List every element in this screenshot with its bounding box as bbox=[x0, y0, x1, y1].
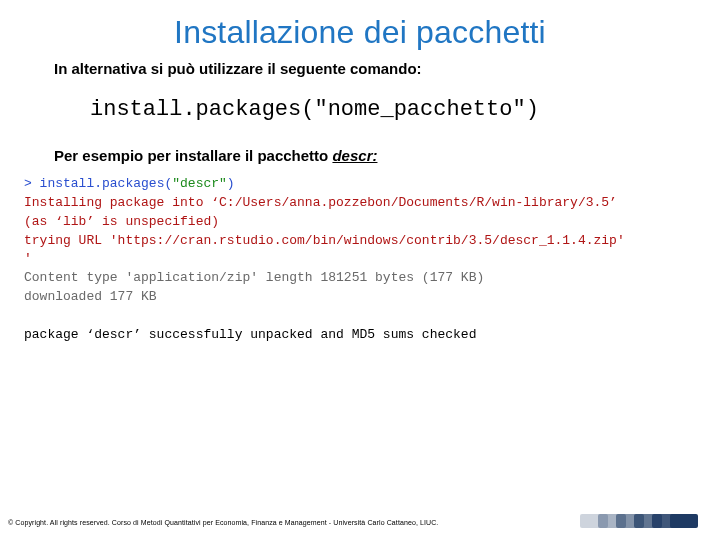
console-line: downloaded 177 KB bbox=[24, 289, 157, 304]
console-line: package ‘descr’ successfully unpacked an… bbox=[24, 327, 476, 342]
example-paragraph: Per esempio per installare il pacchetto … bbox=[54, 146, 680, 166]
console-line: trying URL 'https://cran.rstudio.com/bin… bbox=[24, 233, 625, 248]
footer-decoration bbox=[578, 514, 698, 528]
console-line: ' bbox=[24, 251, 32, 266]
console-line: Installing package into ‘C:/Users/anna.p… bbox=[24, 195, 617, 210]
intro-paragraph: In alternativa si può utilizzare il segu… bbox=[54, 59, 680, 79]
slide: Installazione dei pacchetti In alternati… bbox=[0, 14, 720, 540]
console-fn: install.packages( bbox=[40, 176, 173, 191]
copyright-footer: © Copyright. All rights reserved. Corso … bbox=[8, 519, 438, 526]
console-line: Content type 'application/zip' length 18… bbox=[24, 270, 484, 285]
console-prompt: > bbox=[24, 176, 40, 191]
example-text: Per esempio per installare il pacchetto bbox=[54, 147, 332, 164]
console-line: (as ‘lib’ is unspecified) bbox=[24, 214, 219, 229]
console-arg: "descr" bbox=[172, 176, 227, 191]
package-name: descr: bbox=[332, 147, 377, 164]
r-console-output: > install.packages("descr") Installing p… bbox=[24, 175, 720, 345]
page-title: Installazione dei pacchetti bbox=[0, 14, 720, 51]
code-sample: install.packages("nome_pacchetto") bbox=[90, 97, 720, 122]
console-fn-close: ) bbox=[227, 176, 235, 191]
